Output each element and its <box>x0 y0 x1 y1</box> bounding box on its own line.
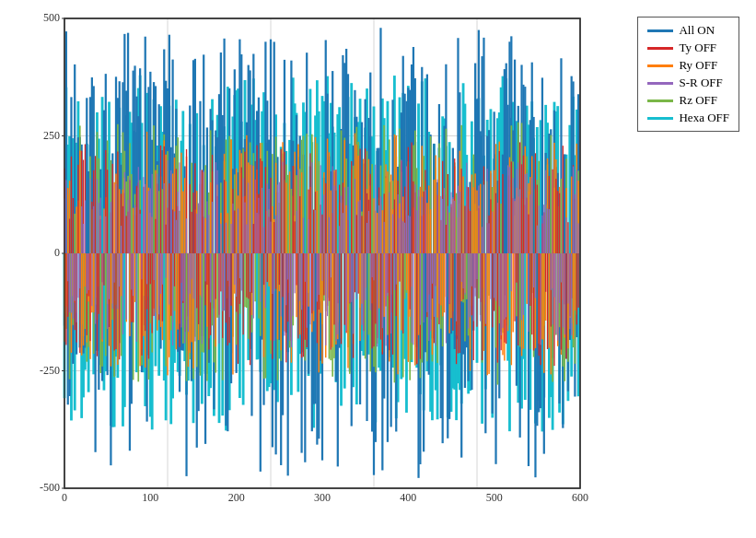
legend-label-ty-off: Ty OFF <box>679 41 716 55</box>
legend-item-ty-off: Ty OFF <box>647 41 729 55</box>
legend-label-rz-off: Rz OFF <box>679 93 717 108</box>
legend-label-ry-off: Ry OFF <box>679 58 717 73</box>
legend-color-ty-off <box>647 47 673 50</box>
legend-item-ry-off: Ry OFF <box>647 58 729 73</box>
legend-color-all-on <box>647 29 673 32</box>
legend-item-all-on: All ON <box>647 23 729 38</box>
legend-color-sr-off <box>647 82 673 85</box>
legend-item-sr-off: S-R OFF <box>647 76 729 90</box>
chart-container: All ONTy OFFRy OFFS-R OFFRz OFFHexa OFF <box>0 0 756 538</box>
legend-color-rz-off <box>647 99 673 102</box>
legend-label-hexa-off: Hexa OFF <box>679 111 729 125</box>
legend-label-all-on: All ON <box>679 23 715 38</box>
legend-color-hexa-off <box>647 117 673 120</box>
legend-item-hexa-off: Hexa OFF <box>647 111 729 125</box>
chart-legend: All ONTy OFFRy OFFS-R OFFRz OFFHexa OFF <box>637 17 739 132</box>
legend-color-ry-off <box>647 64 673 67</box>
legend-item-rz-off: Rz OFF <box>647 93 729 108</box>
legend-label-sr-off: S-R OFF <box>679 76 722 90</box>
